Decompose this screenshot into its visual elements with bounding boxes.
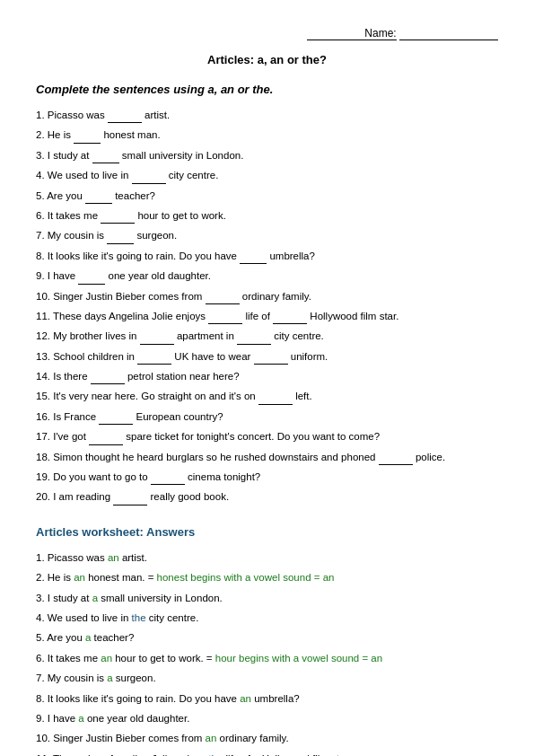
answer-8: 8. It looks like it's going to rain. Do … (36, 690, 498, 707)
question-17: 17. I've got spare ticket for tonight's … (36, 428, 498, 444)
question-3: 3. I study at small university in London… (36, 147, 498, 163)
section-title: Complete the sentences using a, an or th… (36, 83, 498, 96)
question-20: 20. I am reading really good book. (36, 488, 498, 505)
question-7: 7. My cousin is surgeon. (36, 227, 498, 243)
answers-list: 1. Picasso was an artist. 2. He is an ho… (36, 549, 498, 756)
answer-11: 11. These days Angelina Jolie enjoys the… (36, 751, 498, 756)
question-5: 5. Are you teacher? (36, 188, 498, 204)
question-12: 12. My brother lives in apartment in cit… (36, 328, 498, 344)
question-6: 6. It takes me hour to get to work. (36, 207, 498, 224)
question-18: 18. Simon thought he heard burglars so h… (36, 449, 498, 465)
question-16: 16. Is France European country? (36, 409, 498, 425)
question-11: 11. These days Angelina Jolie enjoys lif… (36, 308, 498, 324)
answer-4: 4. We used to live in the city centre. (36, 610, 498, 626)
question-2: 2. He is honest man. (36, 127, 498, 143)
answer-7: 7. My cousin is a surgeon. (36, 670, 498, 686)
answer-6: 6. It takes me an hour to get to work. =… (36, 650, 498, 666)
answer-2: 2. He is an honest man. = honest begins … (36, 569, 498, 585)
question-4: 4. We used to live in city centre. (36, 167, 498, 183)
answers-title: Articles worksheet: Answers (36, 525, 498, 539)
answer-5: 5. Are you a teacher? (36, 629, 498, 646)
answer-9: 9. I have a one year old daughter. (36, 710, 498, 726)
question-19: 19. Do you want to go to cinema tonight? (36, 469, 498, 485)
answer-10: 10. Singer Justin Bieber comes from an o… (36, 730, 498, 746)
question-15: 15. It's very near here. Go straight on … (36, 388, 498, 404)
questions-list: 1. Picasso was artist. 2. He is honest m… (36, 107, 498, 505)
question-13: 13. School children in UK have to wear u… (36, 348, 498, 365)
question-9: 9. I have one year old daughter. (36, 268, 498, 284)
question-14: 14. Is there petrol station near here? (36, 368, 498, 384)
answer-3: 3. I study at a small university in Lond… (36, 590, 498, 606)
main-title: Articles: a, an or the? (36, 53, 498, 66)
name-line: Name: (36, 27, 498, 40)
answer-1: 1. Picasso was an artist. (36, 549, 498, 566)
question-8: 8. It looks like it's going to rain. Do … (36, 248, 498, 264)
name-label: Name: (307, 27, 397, 40)
question-10: 10. Singer Justin Bieber comes from ordi… (36, 288, 498, 304)
question-1: 1. Picasso was artist. (36, 107, 498, 123)
name-blank[interactable] (399, 27, 498, 40)
